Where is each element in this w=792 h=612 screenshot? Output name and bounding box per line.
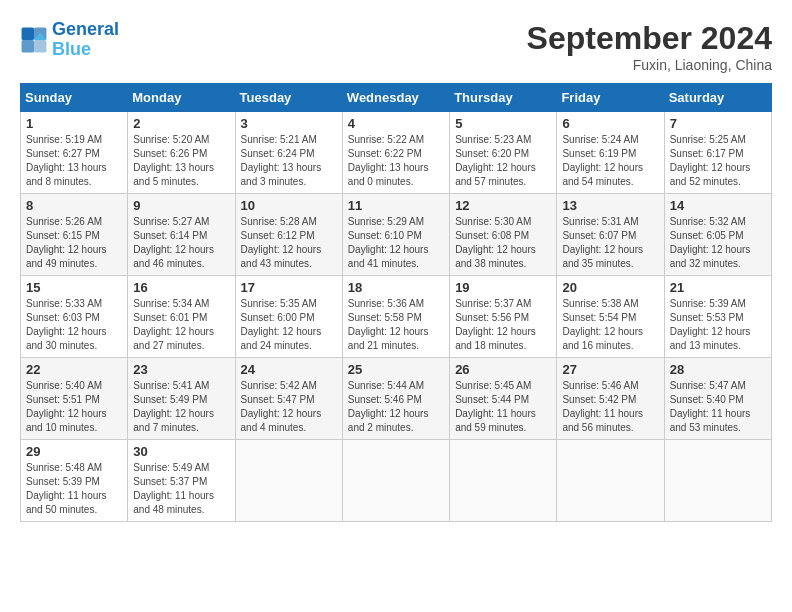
day-number: 4	[348, 116, 444, 131]
page-header: General Blue September 2024 Fuxin, Liaon…	[20, 20, 772, 73]
weekday-header-thursday: Thursday	[450, 84, 557, 112]
day-number: 21	[670, 280, 766, 295]
day-info: Sunrise: 5:42 AMSunset: 5:47 PMDaylight:…	[241, 379, 337, 435]
day-info: Sunrise: 5:47 AMSunset: 5:40 PMDaylight:…	[670, 379, 766, 435]
calendar-cell: 15Sunrise: 5:33 AMSunset: 6:03 PMDayligh…	[21, 276, 128, 358]
calendar-cell: 4Sunrise: 5:22 AMSunset: 6:22 PMDaylight…	[342, 112, 449, 194]
day-number: 28	[670, 362, 766, 377]
svg-rect-2	[22, 40, 34, 52]
weekday-header-monday: Monday	[128, 84, 235, 112]
day-info: Sunrise: 5:21 AMSunset: 6:24 PMDaylight:…	[241, 133, 337, 189]
calendar-cell: 26Sunrise: 5:45 AMSunset: 5:44 PMDayligh…	[450, 358, 557, 440]
day-info: Sunrise: 5:30 AMSunset: 6:08 PMDaylight:…	[455, 215, 551, 271]
day-info: Sunrise: 5:33 AMSunset: 6:03 PMDaylight:…	[26, 297, 122, 353]
day-number: 20	[562, 280, 658, 295]
day-number: 12	[455, 198, 551, 213]
weekday-header-wednesday: Wednesday	[342, 84, 449, 112]
calendar-cell: 10Sunrise: 5:28 AMSunset: 6:12 PMDayligh…	[235, 194, 342, 276]
day-info: Sunrise: 5:25 AMSunset: 6:17 PMDaylight:…	[670, 133, 766, 189]
day-info: Sunrise: 5:40 AMSunset: 5:51 PMDaylight:…	[26, 379, 122, 435]
calendar-cell: 18Sunrise: 5:36 AMSunset: 5:58 PMDayligh…	[342, 276, 449, 358]
day-number: 22	[26, 362, 122, 377]
day-info: Sunrise: 5:49 AMSunset: 5:37 PMDaylight:…	[133, 461, 229, 517]
calendar-cell: 6Sunrise: 5:24 AMSunset: 6:19 PMDaylight…	[557, 112, 664, 194]
day-number: 3	[241, 116, 337, 131]
weekday-header-tuesday: Tuesday	[235, 84, 342, 112]
day-info: Sunrise: 5:36 AMSunset: 5:58 PMDaylight:…	[348, 297, 444, 353]
day-info: Sunrise: 5:20 AMSunset: 6:26 PMDaylight:…	[133, 133, 229, 189]
calendar-cell: 3Sunrise: 5:21 AMSunset: 6:24 PMDaylight…	[235, 112, 342, 194]
svg-rect-3	[34, 40, 46, 52]
logo-icon	[20, 26, 48, 54]
day-number: 7	[670, 116, 766, 131]
day-info: Sunrise: 5:22 AMSunset: 6:22 PMDaylight:…	[348, 133, 444, 189]
day-info: Sunrise: 5:28 AMSunset: 6:12 PMDaylight:…	[241, 215, 337, 271]
day-info: Sunrise: 5:48 AMSunset: 5:39 PMDaylight:…	[26, 461, 122, 517]
day-info: Sunrise: 5:41 AMSunset: 5:49 PMDaylight:…	[133, 379, 229, 435]
calendar-cell: 23Sunrise: 5:41 AMSunset: 5:49 PMDayligh…	[128, 358, 235, 440]
weekday-header-friday: Friday	[557, 84, 664, 112]
calendar-cell: 1Sunrise: 5:19 AMSunset: 6:27 PMDaylight…	[21, 112, 128, 194]
day-info: Sunrise: 5:32 AMSunset: 6:05 PMDaylight:…	[670, 215, 766, 271]
calendar-cell: 12Sunrise: 5:30 AMSunset: 6:08 PMDayligh…	[450, 194, 557, 276]
calendar-cell: 22Sunrise: 5:40 AMSunset: 5:51 PMDayligh…	[21, 358, 128, 440]
calendar-cell: 2Sunrise: 5:20 AMSunset: 6:26 PMDaylight…	[128, 112, 235, 194]
calendar-cell: 7Sunrise: 5:25 AMSunset: 6:17 PMDaylight…	[664, 112, 771, 194]
calendar-table: SundayMondayTuesdayWednesdayThursdayFrid…	[20, 83, 772, 522]
calendar-cell	[450, 440, 557, 522]
logo-text: General Blue	[52, 20, 119, 60]
day-info: Sunrise: 5:34 AMSunset: 6:01 PMDaylight:…	[133, 297, 229, 353]
calendar-cell: 16Sunrise: 5:34 AMSunset: 6:01 PMDayligh…	[128, 276, 235, 358]
day-number: 17	[241, 280, 337, 295]
day-info: Sunrise: 5:37 AMSunset: 5:56 PMDaylight:…	[455, 297, 551, 353]
weekday-header-row: SundayMondayTuesdayWednesdayThursdayFrid…	[21, 84, 772, 112]
location-subtitle: Fuxin, Liaoning, China	[527, 57, 772, 73]
day-number: 18	[348, 280, 444, 295]
day-info: Sunrise: 5:39 AMSunset: 5:53 PMDaylight:…	[670, 297, 766, 353]
calendar-cell: 27Sunrise: 5:46 AMSunset: 5:42 PMDayligh…	[557, 358, 664, 440]
calendar-cell: 25Sunrise: 5:44 AMSunset: 5:46 PMDayligh…	[342, 358, 449, 440]
day-number: 2	[133, 116, 229, 131]
day-info: Sunrise: 5:26 AMSunset: 6:15 PMDaylight:…	[26, 215, 122, 271]
calendar-cell: 21Sunrise: 5:39 AMSunset: 5:53 PMDayligh…	[664, 276, 771, 358]
calendar-cell: 24Sunrise: 5:42 AMSunset: 5:47 PMDayligh…	[235, 358, 342, 440]
calendar-cell	[342, 440, 449, 522]
day-info: Sunrise: 5:23 AMSunset: 6:20 PMDaylight:…	[455, 133, 551, 189]
day-info: Sunrise: 5:45 AMSunset: 5:44 PMDaylight:…	[455, 379, 551, 435]
day-number: 19	[455, 280, 551, 295]
day-number: 5	[455, 116, 551, 131]
calendar-cell	[557, 440, 664, 522]
day-number: 29	[26, 444, 122, 459]
day-number: 30	[133, 444, 229, 459]
calendar-week-row: 1Sunrise: 5:19 AMSunset: 6:27 PMDaylight…	[21, 112, 772, 194]
day-number: 10	[241, 198, 337, 213]
day-number: 6	[562, 116, 658, 131]
day-info: Sunrise: 5:19 AMSunset: 6:27 PMDaylight:…	[26, 133, 122, 189]
calendar-cell: 8Sunrise: 5:26 AMSunset: 6:15 PMDaylight…	[21, 194, 128, 276]
calendar-cell	[235, 440, 342, 522]
day-number: 9	[133, 198, 229, 213]
title-area: September 2024 Fuxin, Liaoning, China	[527, 20, 772, 73]
month-title: September 2024	[527, 20, 772, 57]
day-number: 27	[562, 362, 658, 377]
day-info: Sunrise: 5:31 AMSunset: 6:07 PMDaylight:…	[562, 215, 658, 271]
day-info: Sunrise: 5:24 AMSunset: 6:19 PMDaylight:…	[562, 133, 658, 189]
day-info: Sunrise: 5:29 AMSunset: 6:10 PMDaylight:…	[348, 215, 444, 271]
calendar-week-row: 15Sunrise: 5:33 AMSunset: 6:03 PMDayligh…	[21, 276, 772, 358]
day-info: Sunrise: 5:27 AMSunset: 6:14 PMDaylight:…	[133, 215, 229, 271]
svg-rect-0	[22, 27, 34, 39]
weekday-header-saturday: Saturday	[664, 84, 771, 112]
calendar-cell: 28Sunrise: 5:47 AMSunset: 5:40 PMDayligh…	[664, 358, 771, 440]
day-number: 14	[670, 198, 766, 213]
calendar-cell: 17Sunrise: 5:35 AMSunset: 6:00 PMDayligh…	[235, 276, 342, 358]
calendar-cell: 14Sunrise: 5:32 AMSunset: 6:05 PMDayligh…	[664, 194, 771, 276]
calendar-cell: 13Sunrise: 5:31 AMSunset: 6:07 PMDayligh…	[557, 194, 664, 276]
day-number: 24	[241, 362, 337, 377]
weekday-header-sunday: Sunday	[21, 84, 128, 112]
calendar-week-row: 8Sunrise: 5:26 AMSunset: 6:15 PMDaylight…	[21, 194, 772, 276]
calendar-cell	[664, 440, 771, 522]
calendar-week-row: 22Sunrise: 5:40 AMSunset: 5:51 PMDayligh…	[21, 358, 772, 440]
day-info: Sunrise: 5:38 AMSunset: 5:54 PMDaylight:…	[562, 297, 658, 353]
day-number: 26	[455, 362, 551, 377]
day-number: 8	[26, 198, 122, 213]
